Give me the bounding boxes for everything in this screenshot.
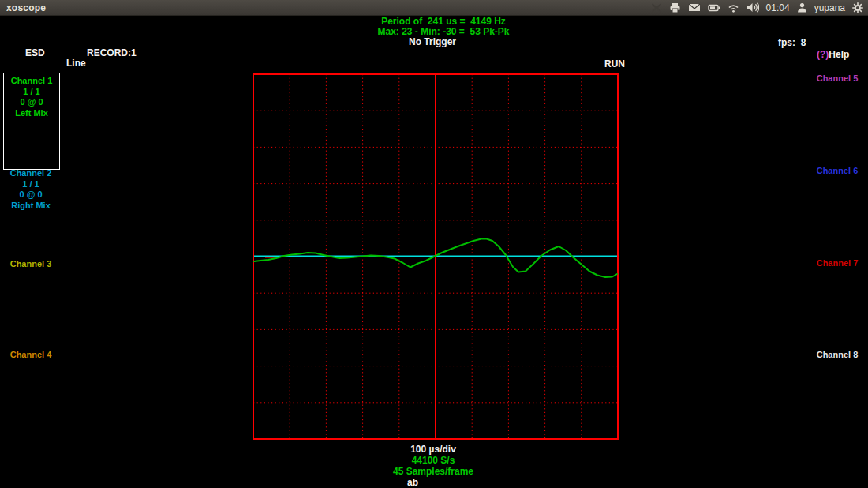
fps-readout: fps: 8	[778, 37, 806, 48]
timebase-readout: 100 µs/div	[250, 444, 616, 455]
samplerate-readout: 44100 S/s	[250, 455, 616, 466]
period-readout: Period of 241 us = 4149 Hz	[260, 16, 627, 27]
scope-display[interactable]	[253, 73, 619, 440]
channel-4-selector[interactable]: Channel 4	[3, 350, 58, 361]
esd-label: ESD	[25, 47, 45, 58]
volume-icon[interactable]	[746, 2, 759, 13]
xoscope-screen: xoscope 01:04 yupana	[0, 0, 868, 488]
channel-2-position: 0 @ 0	[3, 190, 58, 201]
samples-per-frame-readout: 45 Samples/frame	[250, 466, 616, 477]
channel-1-scale: 1 / 1	[4, 87, 59, 98]
record-status: RECORD:1	[87, 47, 137, 58]
graticule-and-traces	[253, 73, 619, 440]
x-indicator-icon[interactable]	[651, 2, 662, 13]
channel-3-selector[interactable]: Channel 3	[3, 259, 58, 270]
channel-8-selector[interactable]: Channel 8	[810, 350, 865, 361]
channel-1-selector[interactable]: Channel 1 1 / 1 0 @ 0 Left Mix	[3, 73, 60, 170]
channel-6-selector[interactable]: Channel 6	[810, 166, 865, 177]
key-echo-readout: ab	[387, 477, 439, 488]
help-button[interactable]: (?)Help	[817, 49, 849, 60]
mail-icon[interactable]	[688, 2, 701, 13]
channel-5-name: Channel 5	[810, 73, 865, 84]
channel-7-selector[interactable]: Channel 7	[810, 258, 865, 269]
channel-3-name: Channel 3	[3, 259, 58, 270]
channel-1-position: 0 @ 0	[4, 97, 59, 108]
app-title: xoscope	[6, 2, 46, 13]
minmax-readout: Max: 23 - Min: -30 = 53 Pk-Pk	[260, 26, 627, 37]
clock[interactable]: 01:04	[766, 2, 790, 13]
channel-2-source: Right Mix	[3, 201, 58, 212]
wifi-icon[interactable]	[728, 3, 739, 13]
battery-icon[interactable]	[708, 3, 720, 13]
session-gear-icon[interactable]	[852, 2, 863, 13]
channel-7-name: Channel 7	[810, 258, 865, 269]
help-label: Help	[829, 49, 849, 60]
channel-6-name: Channel 6	[810, 166, 865, 177]
channel-1-name: Channel 1	[4, 76, 59, 87]
input-source-label: Line	[66, 58, 86, 69]
channel-2-name: Channel 2	[3, 168, 58, 179]
user-icon[interactable]	[797, 2, 807, 13]
username[interactable]: yupana	[814, 2, 845, 13]
printer-icon[interactable]	[669, 2, 681, 13]
channel-2-selector[interactable]: Channel 2 1 / 1 0 @ 0 Right Mix	[3, 168, 58, 211]
indicator-tray: 01:04 yupana	[651, 0, 863, 15]
channel-2-scale: 1 / 1	[3, 179, 58, 190]
channel-4-name: Channel 4	[3, 350, 58, 361]
channel-8-name: Channel 8	[810, 350, 865, 361]
channel-5-selector[interactable]: Channel 5	[810, 73, 865, 84]
run-status: RUN	[604, 58, 625, 69]
help-question-mark: (?)	[817, 49, 829, 60]
top-panel: xoscope 01:04 yupana	[0, 0, 868, 16]
trigger-status: No Trigger	[249, 36, 615, 47]
channel-1-source: Left Mix	[4, 108, 59, 119]
